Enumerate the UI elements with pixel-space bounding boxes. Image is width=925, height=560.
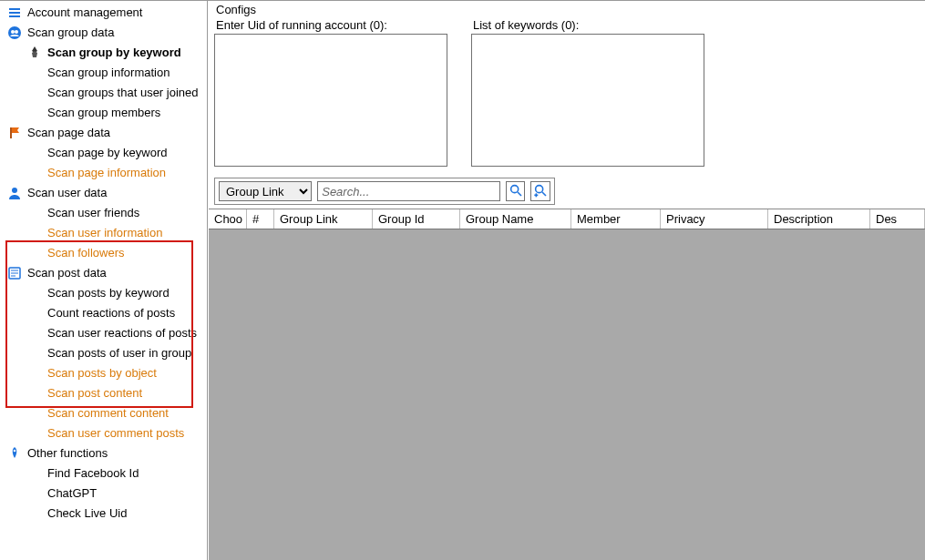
sidebar-item[interactable]: Scan comment content (5, 403, 207, 423)
configs-panel: Configs Enter Uid of running account (0)… (209, 1, 925, 170)
results-table: Choo#Group LinkGroup IdGroup NameMemberP… (209, 209, 925, 560)
search-expand-icon (533, 183, 548, 200)
uid-field: Enter Uid of running account (0): (214, 16, 447, 167)
sidebar-item[interactable]: Scan user friends (5, 203, 207, 223)
rocket2-icon (7, 446, 22, 461)
uid-textarea[interactable] (214, 34, 447, 167)
sidebar-item[interactable]: Other functions (5, 443, 207, 463)
sidebar-item-label: Scan group data (27, 25, 114, 41)
flag-icon (7, 126, 22, 140)
keywords-field: List of keywords (0): (471, 16, 704, 167)
rocket-icon (27, 46, 42, 60)
main-panel: Configs Enter Uid of running account (0)… (208, 1, 925, 560)
sidebar-item-label: Count reactions of posts (47, 305, 175, 321)
post-icon (7, 266, 22, 280)
search-expand-button[interactable] (530, 181, 550, 201)
svg-point-12 (14, 450, 16, 453)
sidebar-item-label: Scan groups that user joined (47, 85, 199, 101)
svg-point-7 (12, 188, 17, 193)
sidebar-item[interactable]: Scan group members (5, 103, 207, 123)
keywords-label: List of keywords (0): (471, 16, 704, 34)
svg-point-4 (11, 30, 15, 34)
sidebar-item[interactable]: Scan user data (5, 183, 207, 203)
sidebar-item[interactable]: Check Live Uid (5, 504, 207, 524)
table-header-row: Choo#Group LinkGroup IdGroup NameMemberP… (209, 209, 925, 229)
sidebar-item-label: Scan page data (27, 125, 110, 141)
configs-title: Configs (214, 1, 920, 16)
uid-label: Enter Uid of running account (0): (214, 16, 447, 34)
column-header[interactable]: Member (571, 209, 661, 229)
sidebar-item-label: Check Live Uid (47, 505, 127, 522)
sidebar-item-label: Scan user comment posts (47, 425, 184, 442)
sidebar-item[interactable]: Scan posts by object (5, 363, 207, 383)
sidebar-item[interactable]: Scan group data (5, 23, 207, 43)
sidebar-item[interactable]: Scan groups that user joined (5, 83, 207, 103)
sidebar-item[interactable]: Account management (5, 3, 207, 23)
sidebar-item-label: Scan page by keyword (47, 145, 168, 161)
svg-line-16 (542, 192, 546, 196)
sidebar-item-label: Scan followers (47, 245, 125, 261)
menu-icon (7, 5, 22, 20)
sidebar-item-label: Account management (27, 5, 142, 21)
sidebar-item-label: Scan posts by keyword (47, 285, 170, 301)
sidebar-item[interactable]: Find Facebook Id (5, 463, 207, 484)
svg-point-13 (510, 185, 518, 192)
sidebar-item[interactable]: Scan page information (5, 163, 207, 183)
svg-rect-6 (10, 127, 12, 138)
search-input[interactable] (317, 181, 500, 201)
sidebar-item-label: Scan group information (47, 65, 170, 81)
sidebar-item[interactable]: Scan user reactions of posts (5, 323, 207, 343)
sidebar-item-label: Scan group members (47, 105, 160, 121)
sidebar-item-label: Scan posts of user in group (47, 345, 191, 361)
sidebar-item[interactable]: Scan post data (5, 263, 207, 283)
sidebar: Account managementScan group dataScan gr… (0, 1, 208, 560)
link-type-select[interactable]: Group Link (219, 181, 312, 201)
sidebar-item[interactable]: Scan group information (5, 63, 207, 83)
column-header[interactable]: Choo (209, 209, 247, 229)
svg-line-14 (518, 192, 521, 196)
sidebar-item-label: Scan comment content (47, 405, 169, 422)
sidebar-item[interactable]: Scan page data (5, 123, 207, 143)
sidebar-item[interactable]: ChatGPT (5, 484, 207, 504)
sidebar-item[interactable]: Scan posts by keyword (5, 283, 207, 303)
sidebar-item-label: Scan user friends (47, 205, 139, 221)
table-body (209, 229, 925, 560)
sidebar-item-label: Scan post content (47, 385, 142, 402)
column-header[interactable]: Des (870, 209, 925, 229)
user-icon (7, 186, 22, 200)
sidebar-item-label: Find Facebook Id (47, 465, 139, 482)
sidebar-item[interactable]: Scan post content (5, 383, 207, 403)
search-icon (509, 183, 523, 200)
search-button[interactable] (506, 181, 526, 201)
sidebar-item-label: Scan user reactions of posts (47, 325, 197, 341)
search-toolbar: Group Link (214, 178, 555, 205)
svg-point-15 (536, 185, 543, 192)
keywords-textarea[interactable] (471, 34, 704, 167)
sidebar-item-label: Scan posts by object (47, 365, 157, 382)
sidebar-item-label: ChatGPT (47, 485, 97, 502)
column-header[interactable]: # (247, 209, 274, 229)
configs-fields: Enter Uid of running account (0): List o… (214, 16, 920, 167)
column-header[interactable]: Group Id (373, 209, 460, 229)
sidebar-item[interactable]: Scan user information (5, 223, 207, 243)
column-header[interactable]: Description (768, 209, 870, 229)
sidebar-item[interactable]: Scan group by keyword (5, 43, 207, 63)
column-header[interactable]: Group Name (460, 209, 571, 229)
sidebar-item[interactable]: Scan posts of user in group (5, 343, 207, 363)
sidebar-item-label: Scan page information (47, 165, 166, 181)
sidebar-item-label: Scan post data (27, 265, 107, 281)
sidebar-item[interactable]: Scan page by keyword (5, 143, 207, 163)
sidebar-item[interactable]: Count reactions of posts (5, 303, 207, 323)
column-header[interactable]: Privacy (661, 209, 768, 229)
sidebar-item-label: Scan group by keyword (47, 45, 181, 61)
groups-icon (7, 25, 22, 40)
column-header[interactable]: Group Link (274, 209, 373, 229)
sidebar-item[interactable]: Scan followers (5, 243, 207, 263)
sidebar-item-label: Other functions (27, 445, 108, 462)
svg-point-3 (8, 26, 21, 39)
sidebar-item-label: Scan user information (47, 225, 162, 241)
sidebar-item-label: Scan user data (27, 185, 107, 201)
svg-point-5 (15, 30, 18, 34)
sidebar-item[interactable]: Scan user comment posts (5, 423, 207, 443)
app-root: Account managementScan group dataScan gr… (0, 0, 925, 560)
